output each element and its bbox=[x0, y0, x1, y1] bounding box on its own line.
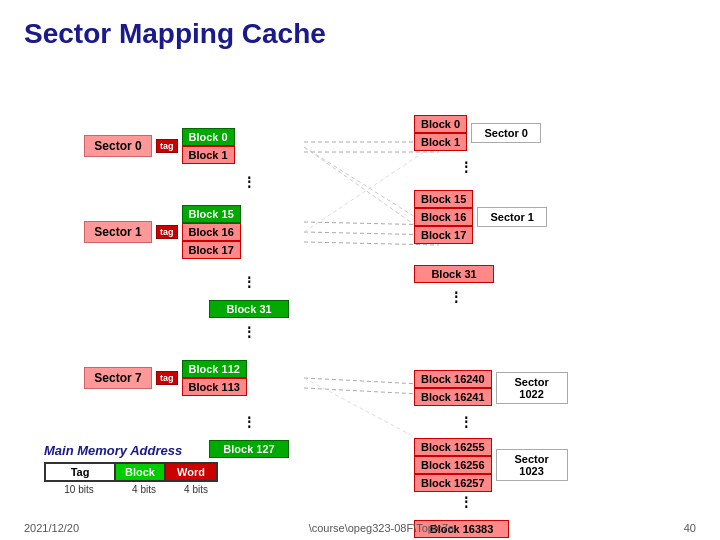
dots-left-3: ⋮ bbox=[242, 325, 256, 339]
footer-date: 2021/12/20 bbox=[24, 522, 79, 534]
mem-block16241: Block 16241 bbox=[414, 388, 492, 406]
cache-sector1-tag: tag bbox=[156, 225, 178, 239]
address-bar: Tag Block Word bbox=[44, 462, 222, 482]
cache-sector1-label: Sector 1 bbox=[84, 221, 152, 243]
cache-sector7-label: Sector 7 bbox=[84, 367, 152, 389]
mem-block17: Block 17 bbox=[414, 226, 473, 244]
page-title: Sector Mapping Cache bbox=[24, 18, 696, 50]
addr-block-bits: 4 bits bbox=[118, 484, 170, 495]
dots-right-1: ⋮ bbox=[459, 160, 473, 174]
content-area: Sector 0 tag Block 0 Block 1 ⋮ Sector 1 … bbox=[24, 60, 696, 520]
dots-left-1: ⋮ bbox=[242, 175, 256, 189]
addr-tag-bits: 10 bits bbox=[44, 484, 114, 495]
mem-block16257: Block 16257 bbox=[414, 474, 492, 492]
mem-block31-row: Block 31 bbox=[414, 265, 494, 283]
mem-sector1-label: Sector 1 bbox=[477, 207, 547, 227]
cache-block16: Block 16 bbox=[182, 223, 241, 241]
mem-block1: Block 1 bbox=[414, 133, 467, 151]
dots-right-4: ⋮ bbox=[459, 495, 473, 509]
mem-sector1023-label: Sector 1023 bbox=[496, 449, 568, 481]
mem-sector1023-blocks: Block 16255 Block 16256 Block 16257 bbox=[414, 438, 492, 492]
addr-block-seg: Block bbox=[116, 464, 166, 480]
cache-sector0-tag: tag bbox=[156, 139, 178, 153]
footer: 2021/12/20 \course\opeg323-08F\Topic7a 4… bbox=[0, 522, 720, 534]
mem-sector1-row: Block 15 Block 16 Block 17 Sector 1 bbox=[414, 190, 547, 244]
cache-block1: Block 1 bbox=[182, 146, 235, 164]
cache-sector1-blocks: Block 15 Block 16 Block 17 bbox=[182, 205, 241, 259]
cache-sector1-row: Sector 1 tag Block 15 Block 16 Block 17 bbox=[84, 205, 241, 259]
mem-sector1-blocks: Block 15 Block 16 Block 17 bbox=[414, 190, 473, 244]
footer-course: \course\opeg323-08F\Topic7a bbox=[309, 522, 455, 534]
mem-block0: Block 0 bbox=[414, 115, 467, 133]
cache-sector7-tag: tag bbox=[156, 371, 178, 385]
cache-block31: Block 31 bbox=[209, 300, 289, 318]
right-memory-panel: Block 0 Block 1 Sector 0 ⋮ Block 15 Bloc… bbox=[414, 60, 720, 480]
mem-block31: Block 31 bbox=[414, 265, 494, 283]
dots-right-3: ⋮ bbox=[459, 415, 473, 429]
cache-block113: Block 113 bbox=[182, 378, 247, 396]
mem-sector1022-row: Block 16240 Block 16241 Sector 1022 bbox=[414, 370, 568, 406]
address-segments: Tag Block Word bbox=[44, 462, 218, 482]
cache-sector7-blocks: Block 112 Block 113 bbox=[182, 360, 247, 396]
mem-sector0-label: Sector 0 bbox=[471, 123, 541, 143]
cache-block31-row: Block 31 bbox=[209, 300, 289, 318]
mem-block15: Block 15 bbox=[414, 190, 473, 208]
cache-block0: Block 0 bbox=[182, 128, 235, 146]
left-cache-panel: Sector 0 tag Block 0 Block 1 ⋮ Sector 1 … bbox=[24, 60, 384, 480]
mem-sector0-blocks: Block 0 Block 1 bbox=[414, 115, 467, 151]
dots-left-2: ⋮ bbox=[242, 275, 256, 289]
slide: Sector Mapping Cache bbox=[0, 0, 720, 540]
address-bits-row: 10 bits 4 bits 4 bits bbox=[44, 484, 222, 495]
cache-sector0-row: Sector 0 tag Block 0 Block 1 bbox=[84, 128, 235, 164]
address-section: Main Memory Address Tag Block Word 10 bi… bbox=[44, 443, 222, 495]
cache-block112: Block 112 bbox=[182, 360, 247, 378]
addr-word-seg: Word bbox=[166, 464, 216, 480]
cache-block17: Block 17 bbox=[182, 241, 241, 259]
cache-sector0-label: Sector 0 bbox=[84, 135, 152, 157]
addr-word-bits: 4 bits bbox=[170, 484, 222, 495]
mem-block16240: Block 16240 bbox=[414, 370, 492, 388]
address-title: Main Memory Address bbox=[44, 443, 222, 458]
footer-page: 40 bbox=[684, 522, 696, 534]
dots-left-4: ⋮ bbox=[242, 415, 256, 429]
cache-sector0-blocks: Block 0 Block 1 bbox=[182, 128, 235, 164]
cache-block15: Block 15 bbox=[182, 205, 241, 223]
mem-sector1022-label: Sector 1022 bbox=[496, 372, 568, 404]
mem-block16256: Block 16256 bbox=[414, 456, 492, 474]
addr-tag-seg: Tag bbox=[46, 464, 116, 480]
mem-sector1022-blocks: Block 16240 Block 16241 bbox=[414, 370, 492, 406]
mem-sector0-row: Block 0 Block 1 Sector 0 bbox=[414, 115, 541, 151]
mem-sector1023-row: Block 16255 Block 16256 Block 16257 Sect… bbox=[414, 438, 568, 492]
cache-sector7-row: Sector 7 tag Block 112 Block 113 bbox=[84, 360, 247, 396]
mem-block16: Block 16 bbox=[414, 208, 473, 226]
mem-block16255: Block 16255 bbox=[414, 438, 492, 456]
dots-right-2: ⋮ bbox=[449, 290, 463, 304]
